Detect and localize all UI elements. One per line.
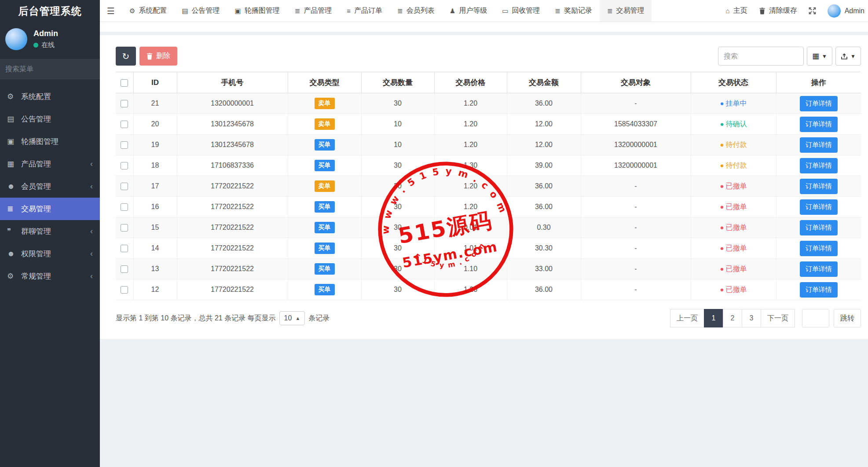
column-header: 交易对象 <box>581 72 691 93</box>
status-dot-icon: ● <box>720 286 724 293</box>
row-checkbox[interactable] <box>121 265 128 273</box>
order-detail-button[interactable]: 订单详情 <box>800 96 838 111</box>
cell-quantity: 30 <box>361 155 434 176</box>
top-menu-item[interactable]: ≣ 奖励记录 <box>547 0 600 22</box>
table-row: 15 17720221522 买单 30 0.01 0.30 - ●已撤单 订单… <box>116 217 861 238</box>
order-detail-button[interactable]: 订单详情 <box>800 282 838 298</box>
top-menu-item[interactable]: ▤ 公告管理 <box>174 0 227 22</box>
cell-id: 19 <box>133 135 177 155</box>
sidebar-item[interactable]: ☻ 权限管理 ‹ <box>0 243 100 265</box>
top-menu-item[interactable]: ♟ 用户等级 <box>442 0 494 22</box>
table-search-input[interactable] <box>718 47 804 66</box>
order-detail-button[interactable]: 订单详情 <box>800 261 838 277</box>
page-number-button[interactable]: 2 <box>723 309 742 327</box>
cell-amount: 12.00 <box>507 114 581 135</box>
status-dot-icon: ● <box>720 244 724 252</box>
file-icon: ▤ <box>182 7 188 15</box>
sidebar-item[interactable]: ❞ 群聊管理 ‹ <box>0 220 100 243</box>
avatar[interactable] <box>5 28 27 50</box>
row-checkbox[interactable] <box>121 203 128 211</box>
users-icon: ☻ <box>7 250 21 258</box>
status-text: 待付款 <box>726 141 747 148</box>
status-dot-icon: ● <box>720 162 724 169</box>
cell-id: 20 <box>133 114 177 135</box>
delete-button[interactable]: 删除 <box>139 47 177 66</box>
cell-quantity: 30 <box>361 93 434 114</box>
cell-counterparty: 15854033307 <box>581 114 691 135</box>
cell-quantity: 30 <box>361 279 434 300</box>
cell-phone: 17106837336 <box>177 155 288 176</box>
status-dot-icon: ● <box>720 141 724 148</box>
sidebar-item[interactable]: ⚙ 系统配置 <box>0 85 100 108</box>
top-menu-label: 产品管理 <box>304 6 332 15</box>
clear-cache-button[interactable]: 清除缓存 <box>759 0 797 22</box>
prev-page-button[interactable]: 上一页 <box>670 309 704 327</box>
trash-icon <box>146 53 153 60</box>
page-jump-button[interactable]: 跳转 <box>834 309 861 327</box>
sidebar-item[interactable]: ☻ 会员管理 ‹ <box>0 175 100 198</box>
status-badge: ●挂单中 <box>720 99 747 107</box>
home-button[interactable]: ⌂ 主页 <box>726 0 747 22</box>
order-detail-button[interactable]: 订单详情 <box>800 220 838 235</box>
row-checkbox[interactable] <box>121 100 128 107</box>
row-checkbox[interactable] <box>121 183 128 190</box>
row-checkbox[interactable] <box>121 121 128 128</box>
order-detail-button[interactable]: 订单详情 <box>800 158 838 173</box>
sidebar-item[interactable]: ▦ 产品管理 ‹ <box>0 153 100 175</box>
row-checkbox[interactable] <box>121 245 128 252</box>
top-menu-item[interactable]: ≣ 会员列表 <box>390 0 442 22</box>
page-number-button[interactable]: 3 <box>742 309 761 327</box>
admin-account-button[interactable]: Admin <box>828 4 864 18</box>
page-number-button[interactable]: 1 <box>704 309 723 327</box>
top-menu-item[interactable]: ≣ 交易管理 <box>600 0 652 22</box>
cogs-icon: ⚙ <box>7 272 21 281</box>
sidebar-item[interactable]: ▤ 公告管理 <box>0 108 100 130</box>
cell-id: 13 <box>133 259 177 279</box>
sidebar-search-input[interactable] <box>0 65 102 73</box>
top-menu-item[interactable]: ▭ 回收管理 <box>494 0 547 22</box>
refresh-button[interactable]: ↻ <box>116 47 136 66</box>
status-dot-icon: ● <box>720 182 724 190</box>
top-menu-item[interactable]: ≣ 产品管理 <box>287 0 340 22</box>
row-checkbox[interactable] <box>121 162 128 169</box>
trade-type-badge: 卖单 <box>315 118 335 130</box>
sidebar-item-label: 权限管理 <box>21 249 90 259</box>
order-detail-button[interactable]: 订单详情 <box>800 179 838 194</box>
export-dropdown-button[interactable]: ▼ <box>835 47 861 66</box>
order-detail-button[interactable]: 订单详情 <box>800 241 838 256</box>
per-page-select[interactable]: 10 ▲ <box>279 311 305 325</box>
cell-counterparty: 13200000001 <box>581 135 691 155</box>
status-dot-icon: ● <box>720 99 724 107</box>
order-detail-button[interactable]: 订单详情 <box>800 137 838 153</box>
pagination: 上一页 123 下一页 跳转 <box>670 309 861 327</box>
sidebar-item[interactable]: ▣ 轮播图管理 <box>0 130 100 153</box>
cell-counterparty: 13200000001 <box>581 155 691 176</box>
order-detail-button[interactable]: 订单详情 <box>800 117 838 132</box>
cell-amount: 12.00 <box>507 135 581 155</box>
cell-quantity: 30 <box>361 176 434 197</box>
status-badge: ●已撤单 <box>720 203 747 210</box>
row-checkbox[interactable] <box>121 224 128 232</box>
trade-type-badge: 买单 <box>315 222 335 233</box>
user-status: 在线 <box>41 41 55 49</box>
select-all-checkbox[interactable] <box>121 79 128 87</box>
sidebar-menu: ⚙ 系统配置 ▤ 公告管理 ▣ 轮播图管理 ▦ 产品管理 ‹ ☻ 会员管理 ‹ … <box>0 85 100 287</box>
top-menu-item[interactable]: ▣ 轮播图管理 <box>227 0 287 22</box>
trash-icon <box>759 7 765 15</box>
columns-dropdown-button[interactable]: ▦▼ <box>807 47 832 66</box>
sidebar-item[interactable]: ≣ 交易管理 <box>0 198 100 220</box>
row-checkbox[interactable] <box>121 286 128 294</box>
status-badge: ●已撤单 <box>720 265 747 272</box>
sidebar-item[interactable]: ⚙ 常规管理 ‹ <box>0 265 100 287</box>
next-page-button[interactable]: 下一页 <box>761 309 795 327</box>
menu-toggle-icon[interactable]: ☰ <box>100 6 122 16</box>
top-menu-item[interactable]: ⚙ 系统配置 <box>122 0 174 22</box>
page-jump-input[interactable] <box>802 309 829 327</box>
top-menu-item[interactable]: ≡ 产品订单 <box>339 0 390 22</box>
sidebar-item-label: 群聊管理 <box>21 226 90 236</box>
trade-type-badge: 买单 <box>315 263 335 275</box>
fullscreen-button[interactable] <box>809 0 816 22</box>
trade-type-badge: 买单 <box>315 243 335 254</box>
order-detail-button[interactable]: 订单详情 <box>800 199 838 215</box>
row-checkbox[interactable] <box>121 141 128 149</box>
